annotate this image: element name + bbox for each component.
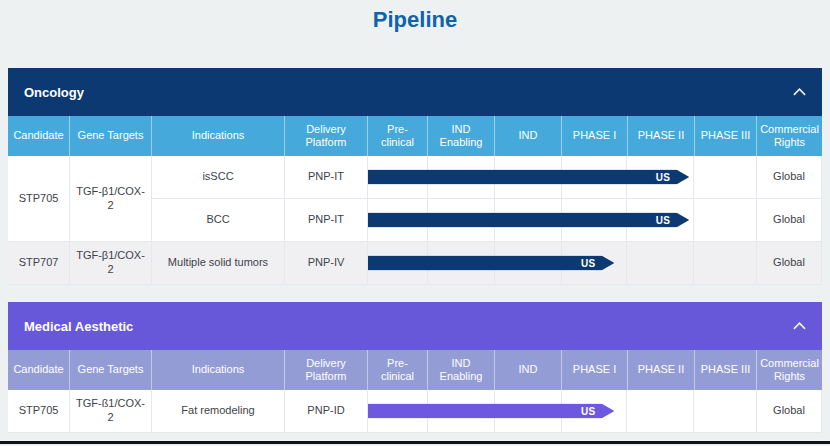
pipeline-page: Pipeline Oncology Candidate Gene Targets… [0,0,830,446]
section-title-medical-aesthetic: Medical Aesthetic [24,319,133,334]
column-header-phase-1: PHASE I [562,116,628,156]
cell-delivery-platform: PNP-IT [285,199,368,242]
column-header-indications: Indications [152,350,285,390]
column-header-gene-targets: Gene Targets [70,116,152,156]
column-header-phase-3: PHASE III [695,116,757,156]
cell-commercial-rights: Global [757,156,822,199]
column-header-ind: IND [495,350,562,390]
column-header-candidate: Candidate [8,350,70,390]
column-header-indications: Indications [152,116,285,156]
column-header-pre-clinical: Pre-clinical [368,350,428,390]
section-header-oncology[interactable]: Oncology [8,68,822,116]
section-oncology: Oncology Candidate Gene Targets Indicati… [8,68,822,285]
cell-indication: Fat remodeling [152,390,285,433]
cell-candidate: STP707 [8,242,70,285]
progress-arrow: US [368,256,614,271]
section-title-oncology: Oncology [24,85,84,100]
progress-arrow: US [368,170,689,185]
section-medical-aesthetic: Medical Aesthetic Candidate Gene Targets… [8,302,822,433]
cell-gene-targets: TGF-β1/COX-2 [70,156,152,242]
column-header-phase-2: PHASE II [628,116,695,156]
cell-indication: Multiple solid tumors [152,242,285,285]
column-header-ind-enabling: IND Enabling [428,350,495,390]
column-header-commercial-rights: Commercial Rights [757,116,822,156]
chevron-up-icon[interactable] [793,88,806,96]
phase-track: US [368,390,757,433]
phase-track: US [368,242,757,285]
aesthetic-column-header-row: Candidate Gene Targets Indications Deliv… [8,350,822,390]
oncology-column-header-row: Candidate Gene Targets Indications Deliv… [8,116,822,156]
column-header-candidate: Candidate [8,116,70,156]
oncology-table-body: STP705 TGF-β1/COX-2 isSCC PNP-IT US Glob… [8,156,822,285]
column-header-phase-3: PHASE III [695,350,757,390]
cell-commercial-rights: Global [757,199,822,242]
cell-gene-targets: TGF-ß1/COX-2 [70,390,152,433]
phase-track: US [368,156,757,199]
column-header-delivery-platform: Delivery Platform [285,116,368,156]
column-header-phase-1: PHASE I [562,350,628,390]
column-header-ind-enabling: IND Enabling [428,116,495,156]
column-header-delivery-platform: Delivery Platform [285,350,368,390]
phase-track: US [368,199,757,242]
page-title: Pipeline [8,8,822,32]
column-header-pre-clinical: Pre-clinical [368,116,428,156]
cell-indication: BCC [152,199,285,242]
bottom-border [0,441,830,444]
cell-commercial-rights: Global [757,242,822,285]
cell-delivery-platform: PNP-ID [285,390,368,433]
cell-candidate: STP705 [8,390,70,433]
aesthetic-table-body: STP705 TGF-ß1/COX-2 Fat remodeling PNP-I… [8,390,822,433]
cell-commercial-rights: Global [757,390,822,433]
cell-candidate: STP705 [8,156,70,242]
column-header-commercial-rights: Commercial Rights [757,350,822,390]
cell-indication: isSCC [152,156,285,199]
chevron-up-icon[interactable] [793,322,806,330]
column-header-gene-targets: Gene Targets [70,350,152,390]
progress-arrow: US [368,404,614,419]
cell-delivery-platform: PNP-IT [285,156,368,199]
section-header-medical-aesthetic[interactable]: Medical Aesthetic [8,302,822,350]
progress-arrow: US [368,213,689,228]
column-header-ind: IND [495,116,562,156]
cell-gene-targets: TGF-β1/COX-2 [70,242,152,285]
cell-delivery-platform: PNP-IV [285,242,368,285]
column-header-phase-2: PHASE II [628,350,695,390]
